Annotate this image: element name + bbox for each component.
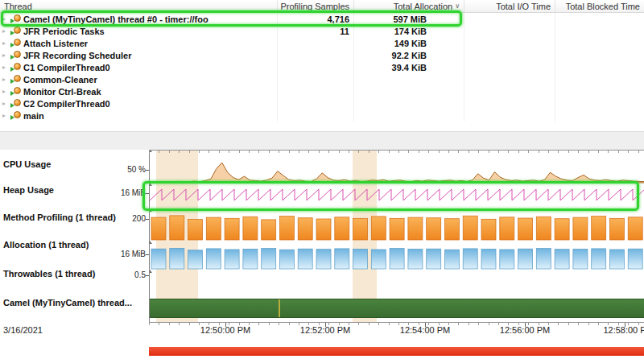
table-row[interactable]: ▸Attach Listener149 KiB — [0, 37, 644, 49]
thread-ball-icon — [14, 87, 21, 94]
thread-ball-icon — [14, 14, 21, 22]
timeline-labels: CPU Usage50 %Heap Usage16 MiBMethod Prof… — [0, 150, 149, 322]
thread-ball-icon — [14, 63, 21, 70]
column-header-total-allocation[interactable]: Total Allocation∨ — [354, 0, 464, 12]
chart-method-profiling[interactable] — [150, 209, 644, 241]
thread-icon — [10, 87, 21, 96]
table-row[interactable]: ▸Monitor Ctrl-Break — [0, 85, 644, 97]
total-io-time-value — [464, 13, 555, 25]
thread-name-cell: ▸Common-Cleaner — [0, 73, 278, 85]
profiling-samples-value — [278, 85, 354, 97]
chart-cpu-usage[interactable] — [150, 150, 644, 184]
axis-value-label: 16 MiB — [121, 188, 146, 197]
profiling-samples-value: 11 — [278, 25, 354, 37]
thread-ball-icon — [14, 39, 21, 46]
timeline-row-label-camel-mytinycamel-thread: Camel (MyTinyCamel) thread... — [3, 298, 132, 307]
time-tick-label: 12:58:00 P — [603, 325, 644, 335]
disclosure-triangle-icon[interactable]: ▸ — [2, 100, 8, 107]
thread-running-arrow-icon — [10, 67, 14, 72]
timeline-chart-area[interactable] — [149, 150, 644, 322]
total-io-time-value — [464, 49, 555, 61]
table-row[interactable]: ▸JFR Recording Scheduler92.2 KiB — [0, 49, 644, 61]
camel-thread-activity-bar[interactable] — [150, 299, 644, 318]
thread-name-cell: ▸C2 CompilerThread0 — [0, 97, 278, 109]
thread-icon — [10, 27, 21, 35]
thread-running-arrow-icon — [10, 79, 14, 84]
thread-running-arrow-icon — [10, 31, 14, 35]
threads-table: ThreadProfiling SamplesTotal Allocation∨… — [0, 0, 644, 131]
thread-running-arrow-icon — [10, 19, 14, 23]
disclosure-triangle-icon[interactable]: ▸ — [2, 88, 8, 95]
total-allocation-value: 597 MiB — [354, 13, 464, 25]
thread-name-cell: ▸Monitor Ctrl-Break — [0, 85, 278, 97]
total-allocation-value: 92.2 KiB — [354, 49, 464, 61]
axis-arrow-icon — [149, 183, 152, 186]
thread-name-cell: ▸C1 CompilerThread0 — [0, 61, 278, 73]
thread-ball-icon — [14, 99, 21, 106]
table-row[interactable]: ▸main — [0, 109, 644, 122]
column-header-label: Total I/O Time — [496, 2, 551, 11]
table-body: ▸Camel (MyTinyCamel) thread #0 - timer:/… — [0, 13, 644, 122]
total-blocked-time-value — [555, 85, 644, 97]
column-header-total-i-o-time[interactable]: Total I/O Time — [464, 0, 555, 12]
total-allocation-value: 149 KiB — [354, 37, 464, 49]
total-allocation-value — [354, 97, 464, 109]
profiling-samples-value: 4,716 — [278, 13, 354, 25]
total-io-time-value — [464, 37, 555, 49]
thread-name-cell: ▸JFR Recording Scheduler — [0, 49, 278, 61]
timeline-selection-bar[interactable] — [149, 347, 644, 356]
table-row[interactable]: ▸JFR Periodic Tasks11174 KiB — [0, 25, 644, 37]
timeline-row-label-method-profiling-1-thread: Method Profiling (1 thread) — [3, 213, 116, 222]
panel-divider — [0, 131, 644, 150]
thread-icon — [10, 39, 21, 47]
disclosure-triangle-icon[interactable]: ▸ — [2, 52, 8, 59]
disclosure-triangle-icon[interactable]: ▸ — [2, 15, 8, 23]
thread-name: C2 CompilerThread0 — [23, 99, 110, 109]
chart-allocation[interactable] — [150, 241, 644, 270]
thread-name: Monitor Ctrl-Break — [23, 87, 101, 97]
axis-arrow-icon — [149, 270, 152, 273]
table-row[interactable]: ▸Camel (MyTinyCamel) thread #0 - timer:/… — [0, 13, 644, 25]
total-blocked-time-value — [555, 25, 644, 37]
thread-name: Common-Cleaner — [23, 75, 97, 85]
thread-running-arrow-icon — [10, 55, 14, 60]
thread-icon — [10, 99, 21, 108]
thread-ball-icon — [14, 51, 21, 58]
thread-ball-icon — [14, 111, 21, 118]
thread-name: main — [23, 111, 44, 121]
total-allocation-value: 39.4 KiB — [354, 61, 464, 73]
column-header-total-blocked-time[interactable]: Total Blocked Time — [555, 0, 644, 12]
disclosure-triangle-icon[interactable]: ▸ — [2, 76, 8, 83]
disclosure-triangle-icon[interactable]: ▸ — [2, 39, 8, 47]
column-header-profiling-samples[interactable]: Profiling Samples — [278, 0, 354, 12]
thread-running-arrow-icon — [10, 115, 14, 120]
total-blocked-time-value — [555, 37, 644, 49]
chart-throwables[interactable] — [150, 270, 644, 296]
chart-heap-usage[interactable] — [150, 184, 644, 209]
disclosure-triangle-icon[interactable]: ▸ — [2, 64, 8, 71]
column-header-thread[interactable]: Thread — [0, 0, 278, 12]
table-header: ThreadProfiling SamplesTotal Allocation∨… — [0, 0, 644, 13]
thread-ball-icon — [14, 75, 21, 82]
table-row[interactable]: ▸Common-Cleaner — [0, 73, 644, 85]
thread-name: Camel (MyTinyCamel) thread #0 - timer://… — [23, 14, 208, 24]
total-allocation-value — [354, 85, 464, 97]
disclosure-triangle-icon[interactable]: ▸ — [2, 27, 8, 35]
total-io-time-value — [464, 25, 555, 37]
thread-name: Attach Listener — [23, 39, 88, 48]
total-allocation-value: 174 KiB — [354, 25, 464, 37]
thread-running-arrow-icon — [10, 43, 14, 47]
profiling-samples-value — [278, 61, 354, 73]
column-header-label: Total Blocked Time — [566, 2, 640, 11]
timeline-row-label-throwables-1-thread: Throwables (1 thread) — [3, 269, 95, 279]
axis-value-label: 50 % — [127, 165, 146, 174]
timeline-row-label-heap-usage: Heap Usage — [3, 185, 54, 195]
total-io-time-value — [464, 73, 555, 85]
column-header-label: Profiling Samples — [280, 2, 349, 11]
total-blocked-time-value — [555, 109, 644, 122]
column-header-label: Total Allocation — [394, 2, 452, 11]
table-row[interactable]: ▸C1 CompilerThread039.4 KiB — [0, 61, 644, 73]
disclosure-triangle-icon[interactable]: ▸ — [2, 112, 8, 119]
table-row[interactable]: ▸C2 CompilerThread0 — [0, 97, 644, 109]
date-label: 3/16/2021 — [3, 325, 43, 335]
